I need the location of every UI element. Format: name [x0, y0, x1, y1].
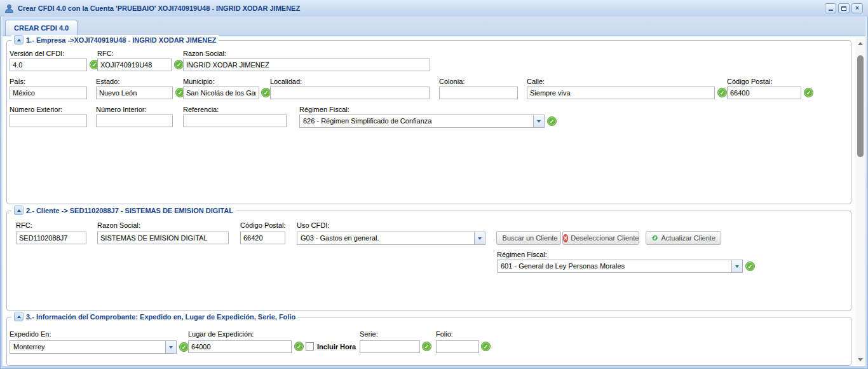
user-icon: [4, 4, 14, 13]
scroll-up-button[interactable]: [855, 39, 865, 48]
collapse-toggle-comprobante[interactable]: [14, 312, 24, 321]
combo-cliente-regimen-fiscal[interactable]: 601 - General de Ley Personas Morales: [497, 260, 743, 273]
restore-button[interactable]: [838, 3, 850, 13]
combo-uso-cfdi-value: G03 - Gastos en general.: [301, 234, 472, 242]
valid-check-icon: ✓: [547, 116, 557, 126]
label-referencia: Referencia:: [183, 106, 219, 113]
app-window: Crear CFDI 4.0 con la Cuenta 'PRUEBAIO' …: [0, 0, 868, 369]
minimize-button[interactable]: [825, 3, 836, 13]
input-referencia[interactable]: [183, 115, 287, 127]
valid-check-icon: ✓: [717, 88, 727, 97]
section-cliente: 2.- Cliente -> SED1102088J7 - SISTEMAS D…: [6, 211, 851, 311]
label-empresa-razon-social: Razon Social:: [183, 50, 226, 57]
buscar-cliente-label: Buscar un Cliente: [503, 234, 558, 242]
close-button[interactable]: ×: [851, 3, 863, 13]
label-numero-interior: Número Interior:: [96, 106, 146, 113]
label-expedido-en: Expedido En:: [10, 330, 51, 338]
input-cliente-rfc[interactable]: [16, 232, 86, 244]
input-municipio[interactable]: [183, 87, 259, 99]
combo-uso-cfdi[interactable]: G03 - Gastos en general.: [297, 232, 485, 245]
section-empresa-legend: 1.- Empresa ->XOJI740919U48 - INGRID XOD…: [11, 35, 219, 45]
section-comprobante: 3.- Información del Comprobante: Expedid…: [6, 317, 851, 366]
collapse-up-icon: [17, 316, 21, 318]
input-numero-interior[interactable]: [96, 115, 173, 127]
label-cliente-regimen-fiscal: Régimen Fiscal:: [497, 251, 547, 258]
input-empresa-codigo-postal[interactable]: [727, 87, 801, 99]
actualizar-cliente-button[interactable]: Actualizar Cliente: [646, 231, 721, 245]
chevron-down-icon: [478, 237, 482, 240]
collapse-up-icon: [17, 39, 21, 41]
input-serie[interactable]: [360, 340, 420, 353]
combo-expedido-en[interactable]: Monterrey: [10, 340, 177, 354]
section-cliente-legend: 2.- Cliente -> SED1102088J7 - SISTEMAS D…: [11, 205, 236, 215]
input-empresa-razon-social[interactable]: [183, 59, 430, 71]
deselect-icon: ✕: [563, 234, 569, 242]
combo-expedido-en-value: Monterrey: [13, 343, 163, 351]
input-pais[interactable]: [10, 87, 87, 99]
valid-check-icon: ✓: [745, 261, 755, 271]
label-localidad: Localidad:: [270, 78, 302, 85]
collapse-up-icon: [17, 209, 21, 212]
restore-icon: [841, 6, 846, 11]
label-empresa-rfc: RFC:: [97, 50, 114, 57]
label-cliente-rfc: RFC:: [16, 221, 32, 229]
valid-check-icon: ✓: [179, 342, 189, 352]
scrollbar-thumb[interactable]: [857, 55, 864, 157]
collapse-toggle-empresa[interactable]: [14, 35, 24, 45]
close-icon: ×: [855, 4, 859, 12]
label-serie: Serie:: [360, 330, 378, 338]
actualizar-cliente-label: Actualizar Cliente: [661, 234, 715, 242]
valid-check-icon: ✓: [261, 88, 271, 97]
incluir-hora-checkbox[interactable]: [306, 342, 314, 351]
refresh-icon: [651, 234, 658, 242]
input-calle[interactable]: [527, 87, 715, 99]
content-panel: 1.- Empresa ->XOJI740919U48 - INGRID XOD…: [3, 36, 865, 366]
section-comprobante-title: 3.- Información del Comprobante: Expedid…: [26, 313, 295, 321]
chevron-down-icon: [735, 265, 739, 268]
section-cliente-title: 2.- Cliente -> SED1102088J7 - SISTEMAS D…: [26, 207, 233, 214]
label-version-cfdi: Versión del CFDI:: [10, 50, 64, 57]
arrow-down-icon: [858, 358, 863, 361]
input-localidad[interactable]: [270, 87, 430, 99]
combo-trigger[interactable]: [165, 341, 176, 353]
label-municipio: Municipio:: [183, 78, 215, 85]
input-colonia[interactable]: [439, 87, 518, 99]
label-estado: Estado:: [96, 78, 119, 85]
combo-trigger[interactable]: [474, 232, 485, 244]
tab-crear-cfdi[interactable]: CREAR CFDI 4.0: [5, 20, 78, 36]
collapse-toggle-cliente[interactable]: [14, 205, 24, 215]
deseleccionar-cliente-label: Deseleccionar Cliente: [571, 234, 639, 242]
label-cliente-codigo-postal: Código Postal:: [240, 221, 286, 229]
valid-check-icon: ✓: [422, 342, 431, 351]
deseleccionar-cliente-button[interactable]: ✕ Deseleccionar Cliente: [562, 231, 639, 245]
scroll-down-button[interactable]: [855, 355, 865, 364]
section-empresa-title: 1.- Empresa ->XOJI740919U48 - INGRID XOD…: [26, 36, 216, 44]
input-numero-exterior[interactable]: [10, 115, 87, 127]
section-empresa: 1.- Empresa ->XOJI740919U48 - INGRID XOD…: [6, 40, 851, 204]
label-empresa-regimen-fiscal: Régimen Fiscal:: [299, 106, 349, 113]
chevron-down-icon: [537, 120, 541, 123]
valid-check-icon: ✓: [804, 88, 813, 97]
label-pais: País:: [10, 78, 25, 85]
input-lugar-expedicion[interactable]: [188, 340, 292, 353]
input-empresa-rfc[interactable]: [97, 59, 172, 71]
vertical-scrollbar[interactable]: [855, 38, 865, 365]
combo-cliente-regimen-fiscal-value: 601 - General de Ley Personas Morales: [501, 262, 729, 270]
input-cliente-razon-social[interactable]: [97, 232, 229, 244]
window-title: Crear CFDI 4.0 con la Cuenta 'PRUEBAIO' …: [18, 4, 300, 12]
label-calle: Calle:: [527, 78, 545, 85]
label-uso-cfdi: Uso CFDI:: [297, 221, 329, 229]
buscar-cliente-button[interactable]: Buscar un Cliente: [496, 231, 561, 245]
combo-trigger[interactable]: [731, 260, 742, 272]
input-folio[interactable]: [436, 340, 479, 353]
combo-trigger[interactable]: [533, 115, 544, 127]
input-cliente-codigo-postal[interactable]: [240, 232, 285, 244]
label-lugar-expedicion: Lugar de Expedición:: [188, 330, 254, 338]
input-estado[interactable]: [96, 87, 173, 99]
arrow-up-icon: [858, 42, 863, 45]
label-colonia: Colonia:: [439, 78, 465, 85]
combo-empresa-regimen-fiscal[interactable]: 626 - Régimen Simplificado de Confianza: [299, 115, 545, 128]
label-folio: Folio:: [436, 330, 453, 338]
input-version-cfdi[interactable]: [10, 59, 87, 71]
chevron-down-icon: [169, 346, 173, 349]
